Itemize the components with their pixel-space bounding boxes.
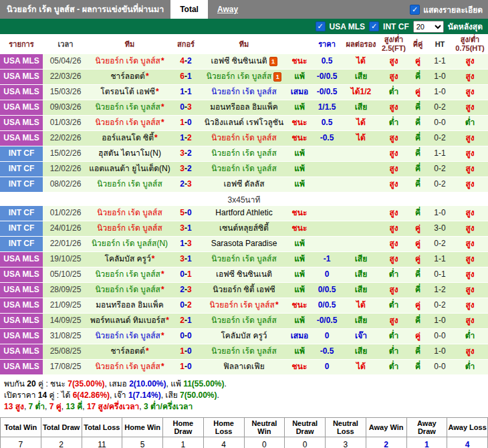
match-result: แพ้ [287, 344, 312, 359]
ou-ft-text: สูง [389, 72, 398, 82]
match-result: แพ้ [287, 237, 312, 251]
ht-score: 0-2 [428, 162, 452, 177]
ou-ht-text: สูง [465, 270, 474, 279]
match-row: INT CF 08/02/26 นิวยอร์ก เร้ด บูลส์ส 2-3… [0, 177, 488, 193]
home-goals: 2 [180, 316, 185, 326]
match-date: 25/08/25 [43, 344, 88, 359]
match-score: 1-3 [171, 237, 201, 251]
team-name: ออร์แลนโด ซิตี้ [102, 134, 154, 143]
away-goals: 0 [187, 332, 192, 341]
result-text: แพ้ [294, 180, 305, 189]
league-cell: INT CF [0, 146, 43, 161]
team-name: โตรอนโต้ เอฟซี [100, 88, 155, 97]
league-cell: USA MLS [0, 70, 43, 84]
over-under-ht: สูง [452, 100, 488, 115]
home-goals: 4 [180, 57, 185, 66]
int-cf-checkbox[interactable]: ✓ [369, 21, 379, 31]
over-under-ht: สูง [452, 298, 488, 313]
stats-header-cell: Away Loss [447, 418, 488, 437]
over-under-ft: สูง [380, 221, 408, 236]
over-under-ft: ต่ำ [380, 85, 408, 100]
match-result: แพ้ [287, 146, 312, 161]
match-count-select[interactable]: 20 [413, 21, 444, 33]
ou-ht-text: ต่ำ [465, 362, 475, 372]
home-team: นิวยอร์ก เร้ด บูลส์ส* [88, 100, 171, 115]
handicap-result: เสีย [342, 100, 380, 115]
handicap-text: ได้ [356, 134, 366, 143]
odd-even-text: คี่ [415, 347, 420, 356]
team-name: นิวยอร์ก เร้ด บูลส์ส [95, 118, 160, 128]
over-under-ft: สูง [380, 177, 408, 192]
away-goals: 2 [187, 149, 192, 158]
ht-score: 0-2 [428, 298, 452, 313]
away-team: Sarasota Paradise [201, 237, 287, 251]
tab-away[interactable]: Away [208, 0, 247, 19]
ou-ft-text: สูง [389, 57, 398, 66]
over-under-ht: สูง [452, 252, 488, 267]
result-text: เสมอ [291, 332, 309, 341]
home-goals: 5 [180, 209, 185, 218]
odd-even: คี่ [408, 146, 428, 161]
over-under-ht: สูง [452, 283, 488, 298]
home-marker-star: * [161, 362, 164, 372]
stats-header-cell: Home Win [122, 418, 163, 437]
odd-even: คู่ [408, 252, 428, 267]
ou-ht-text: สูง [465, 149, 474, 158]
odd-even-text: คี่ [415, 103, 420, 112]
over-under-ft: สูง [380, 131, 408, 146]
summary-line-3: 13 สูง, 7 ต่ำ, 7 คู่, 13 คี่, 17 สูง/ครึ… [4, 401, 484, 413]
match-row: USA MLS 01/03/26 นิวยอร์ก เร้ด บูลส์ส* 1… [0, 116, 488, 131]
away-team: มอนทรีออล อิมแพ็ค [201, 100, 287, 115]
home-marker-star: * [146, 72, 149, 82]
home-marker-star: * [161, 103, 164, 112]
match-score: 1-0 [171, 116, 201, 130]
ou-ft-text: สูง [389, 180, 398, 189]
away-goals: 1 [187, 72, 192, 82]
league-badge: USA MLS [0, 329, 43, 344]
stats-count-cell: 4 [447, 437, 488, 448]
odd-even-text: คี่ [415, 72, 420, 82]
league-cell: USA MLS [0, 298, 43, 313]
league-badge: USA MLS [0, 283, 43, 298]
ht-score: 1-2 [428, 283, 452, 298]
ou-ht-text: ต่ำ [465, 118, 475, 128]
home-team: ออร์แลนโด ซิตี้* [88, 131, 171, 146]
handicap-text: เสีย [355, 316, 367, 326]
odd-even: คู่ [408, 221, 428, 236]
odd-even-text: คู่ [415, 255, 420, 264]
stats-header-cell: Total Draw [41, 418, 82, 437]
match-result: แพ้ [287, 162, 312, 177]
match-score: 2-3 [171, 177, 201, 192]
result-text: เสมอ [291, 88, 309, 97]
league-badge: INT CF [0, 177, 43, 192]
match-result: แพ้ [287, 267, 312, 282]
stats-counts-row: 7211514003214 [1, 437, 488, 448]
handicap-text: ได้ [356, 301, 366, 310]
match-date: 05/10/25 [43, 267, 88, 282]
show-detail-checkbox[interactable]: ✓ [410, 5, 420, 15]
odd-even-text: คี่ [415, 149, 420, 158]
ht-score: 0-2 [428, 100, 452, 115]
over-under-ft: ต่ำ [380, 298, 408, 313]
odd-even-text: คี่ [415, 270, 420, 279]
handicap-text: เสีย [355, 270, 367, 279]
team-name: มอนทรีออล อิมแพ็ค [210, 103, 278, 112]
ou-ht-text: สูง [465, 239, 474, 249]
handicap-text: ได้ [356, 362, 366, 372]
stats-header-cell: Home Draw [163, 418, 204, 437]
ou-ft-text: ต่ำ [389, 301, 399, 310]
usa-mls-checkbox[interactable]: ✓ [316, 21, 326, 31]
home-goals: 1 [180, 362, 185, 372]
ht-score: 1-1 [428, 146, 452, 161]
away-goals: 0 [187, 362, 192, 372]
away-team: นิวยอร์ก เร้ด บูลส์ส [201, 146, 287, 161]
over-under-ht: สูง [452, 146, 488, 161]
handicap-result: เสีย [342, 283, 380, 298]
summary-segment: , เสีย [161, 390, 180, 400]
over-under-ft: สูง [380, 54, 408, 69]
ou-ft-text: สูง [389, 224, 398, 233]
result-text: แพ้ [294, 316, 305, 326]
tab-total[interactable]: Total [170, 0, 208, 19]
odd-even-text: คี่ [415, 134, 420, 143]
stats-count-cell: 5 [122, 437, 163, 448]
